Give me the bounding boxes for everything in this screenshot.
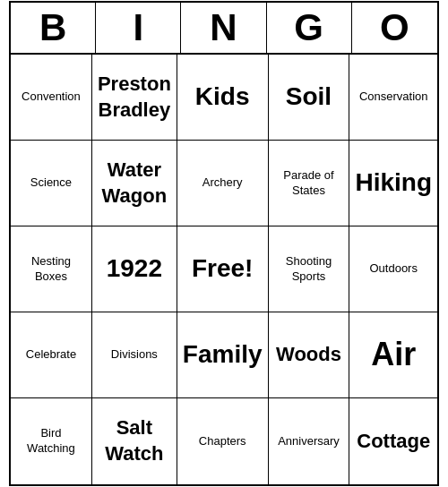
cell-text-r4-c2: Chapters	[199, 434, 246, 449]
cell-text-r0-c0: Convention	[22, 90, 81, 105]
cell-text-r4-c1: Salt Watch	[98, 415, 171, 466]
cell-text-r2-c4: Outdoors	[369, 261, 417, 277]
cell-text-r1-c4: Hiking	[355, 167, 432, 199]
cell-r4-c1: Salt Watch	[92, 398, 177, 484]
header-letter-g: G	[267, 3, 352, 53]
cell-text-r1-c3: Parade of States	[274, 168, 344, 199]
cell-r4-c2: Chapters	[177, 398, 269, 484]
cell-text-r2-c2: Free!	[192, 252, 253, 285]
cell-text-r2-c1: 1922	[107, 252, 162, 285]
cell-text-r4-c4: Cottage	[357, 429, 430, 455]
bingo-grid: ConventionPreston BradleyKidsSoilConserv…	[11, 55, 437, 484]
cell-r2-c0: Nesting Boxes	[11, 226, 92, 312]
cell-r0-c0: Convention	[11, 55, 92, 141]
header-letter-b: B	[11, 3, 96, 53]
cell-r3-c1: Divisions	[92, 312, 177, 398]
cell-text-r1-c0: Science	[30, 175, 72, 191]
cell-r3-c4: Air	[349, 312, 437, 398]
cell-text-r0-c2: Kids	[195, 81, 250, 113]
cell-r0-c2: Kids	[177, 55, 269, 141]
cell-text-r3-c2: Family	[183, 338, 263, 371]
cell-r0-c4: Conservation	[349, 55, 437, 141]
cell-r2-c4: Outdoors	[349, 226, 437, 312]
cell-r0-c3: Soil	[269, 55, 350, 141]
cell-r4-c0: Bird Watching	[11, 398, 92, 484]
cell-text-r2-c0: Nesting Boxes	[16, 254, 86, 285]
cell-text-r0-c1: Preston Bradley	[98, 72, 171, 123]
cell-r1-c3: Parade of States	[269, 141, 350, 226]
cell-r3-c0: Celebrate	[11, 312, 92, 398]
cell-text-r0-c4: Conservation	[359, 90, 428, 105]
cell-text-r1-c1: Water Wagon	[98, 158, 171, 209]
cell-r1-c2: Archery	[177, 141, 269, 226]
cell-text-r3-c3: Woods	[276, 342, 341, 368]
cell-r2-c3: Shooting Sports	[269, 226, 350, 312]
cell-r2-c2: Free!	[177, 226, 269, 312]
cell-r2-c1: 1922	[92, 226, 177, 312]
bingo-header: BINGO	[11, 3, 437, 55]
cell-text-r2-c3: Shooting Sports	[274, 254, 344, 285]
cell-text-r1-c2: Archery	[202, 175, 243, 191]
cell-text-r3-c4: Air	[371, 334, 416, 376]
cell-r1-c0: Science	[11, 141, 92, 226]
cell-text-r4-c3: Anniversary	[278, 434, 340, 449]
cell-text-r0-c3: Soil	[286, 81, 332, 113]
cell-text-r3-c1: Divisions	[111, 347, 158, 363]
cell-r3-c2: Family	[177, 312, 269, 398]
cell-r4-c3: Anniversary	[269, 398, 350, 484]
cell-r1-c1: Water Wagon	[92, 141, 177, 226]
cell-r0-c1: Preston Bradley	[92, 55, 177, 141]
cell-text-r3-c0: Celebrate	[26, 347, 76, 363]
cell-text-r4-c0: Bird Watching	[16, 426, 86, 457]
cell-r4-c4: Cottage	[349, 398, 437, 484]
header-letter-o: O	[352, 3, 437, 53]
bingo-card: BINGO ConventionPreston BradleyKidsSoilC…	[9, 1, 439, 486]
header-letter-n: N	[181, 3, 266, 53]
cell-r1-c4: Hiking	[349, 141, 437, 226]
cell-r3-c3: Woods	[269, 312, 350, 398]
header-letter-i: I	[96, 3, 181, 53]
